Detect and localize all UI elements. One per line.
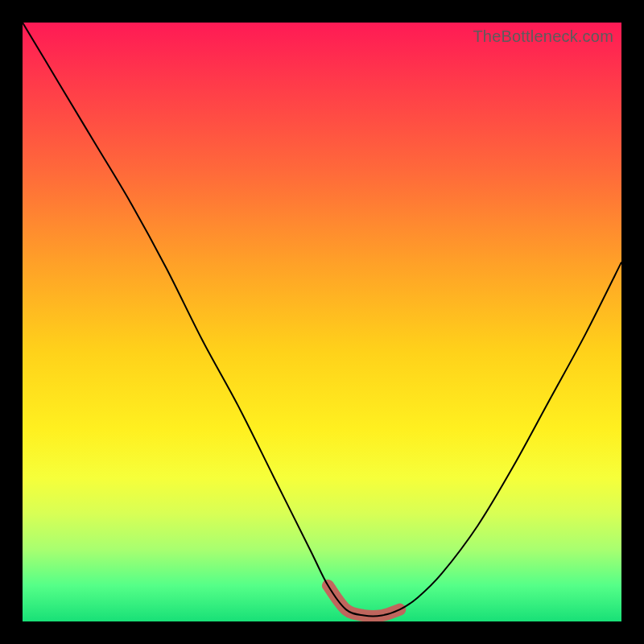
bottleneck-curve bbox=[23, 23, 621, 616]
chart-plot-area: TheBottleneck.com bbox=[23, 23, 621, 621]
chart-svg bbox=[23, 23, 621, 621]
chart-stage: TheBottleneck.com bbox=[0, 0, 644, 644]
